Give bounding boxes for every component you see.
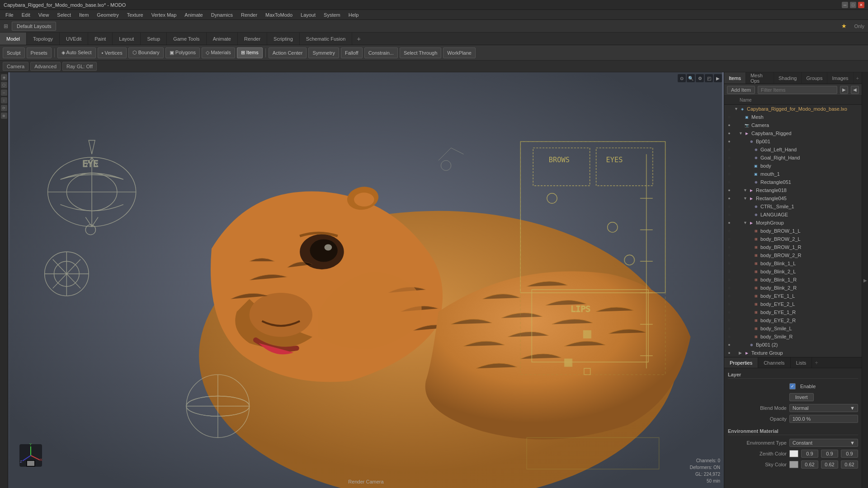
menu-item-texture[interactable]: Texture [123, 11, 147, 19]
item-visibility-toggle[interactable]: ● [726, 220, 732, 226]
list-item[interactable]: ●▼▶Capybara_Rigged [724, 129, 862, 137]
zenith-g-value[interactable]: 0.9 [821, 450, 838, 458]
item-visibility-toggle[interactable]: ● [726, 195, 732, 202]
menu-item-layout[interactable]: Layout [297, 11, 319, 19]
sculpt-btn-autoSelect[interactable]: ◈ Auto Select [57, 47, 96, 58]
item-visibility-toggle[interactable]: ○ [726, 317, 732, 324]
menu-item-help[interactable]: Help [345, 11, 363, 19]
right-tab-items[interactable]: Items [724, 72, 746, 84]
mode-tab-paint[interactable]: Paint [88, 33, 113, 45]
menu-item-geometry[interactable]: Geometry [93, 11, 122, 19]
item-expand-arrow[interactable]: ▼ [739, 131, 743, 136]
sky-b-value[interactable]: 0.62 [841, 460, 858, 469]
sculpt-btn-items[interactable]: ⊞ Items [237, 47, 263, 58]
list-item[interactable]: ○⊞body_Blink_1_R [724, 276, 862, 284]
maximize-button[interactable]: □ [850, 2, 856, 8]
item-visibility-toggle[interactable]: ○ [726, 252, 732, 258]
add-item-button[interactable]: Add Item [727, 86, 755, 94]
tool-5[interactable]: ⟳ [1, 105, 7, 111]
menu-item-maxtomodo[interactable]: MaxToModo [262, 11, 296, 19]
mode-tab-scripting[interactable]: Scripting [267, 33, 300, 45]
list-item[interactable]: ○▣mouth_1 [724, 170, 862, 178]
sculpt-btn-symmetry[interactable]: Symmetry [308, 47, 339, 58]
opacity-value[interactable]: 100.0 % [789, 415, 858, 423]
item-visibility-toggle[interactable]: ○ [726, 309, 732, 315]
item-visibility-toggle[interactable]: ○ [726, 285, 732, 291]
tool-2[interactable]: ⬡ [1, 82, 7, 88]
menu-item-file[interactable]: File [2, 11, 17, 19]
list-item[interactable]: ●▼▶MorphGroup [724, 219, 862, 227]
list-item[interactable]: ○⊞body_Blink_2_R [724, 284, 862, 292]
list-item[interactable]: ○⊞body_Blink_2_L [724, 267, 862, 276]
list-item[interactable]: ▼◈Capybara_Rigged_for_Modo_modo_base.lxo [724, 105, 862, 113]
item-visibility-toggle[interactable]: ○ [726, 228, 732, 234]
item-visibility-toggle[interactable]: ● [726, 350, 732, 356]
list-item[interactable]: ○⊞body_Smile_R [724, 333, 862, 341]
list-item[interactable]: ○⊞body_BROW_1_L [724, 227, 862, 235]
sculpt-btn-falloff[interactable]: Falloff [341, 47, 363, 58]
zenith-b-value[interactable]: 0.9 [841, 450, 858, 458]
bottom-tab-channels[interactable]: Channels [758, 357, 790, 368]
item-visibility-toggle[interactable]: ○ [726, 155, 732, 161]
sculpt-btn-sculpt[interactable]: Sculpt [3, 47, 25, 58]
list-item[interactable]: ○▣Mesh [724, 113, 862, 121]
mode-tab-topology[interactable]: Topology [27, 33, 60, 45]
list-item[interactable]: ○⊞body_Blink_1_L [724, 259, 862, 267]
item-visibility-toggle[interactable]: ○ [726, 268, 732, 275]
menu-item-edit[interactable]: Edit [18, 11, 34, 19]
sculpt-btn-selectThrough[interactable]: Select Through [400, 47, 441, 58]
item-visibility-toggle[interactable]: ○ [726, 260, 732, 267]
menu-item-vertex-map[interactable]: Vertex Map [148, 11, 180, 19]
right-tab-shading[interactable]: Shading [774, 72, 802, 84]
viewport-icon-3[interactable]: ⚙ [696, 74, 704, 82]
zenith-r-value[interactable]: 0.9 [801, 450, 818, 458]
items-list-wrapper[interactable]: ▼◈Capybara_Rigged_for_Modo_modo_base.lxo… [724, 105, 862, 357]
item-visibility-toggle[interactable]: ○ [726, 171, 732, 177]
enable-checkbox[interactable] [789, 383, 796, 389]
list-item[interactable]: ○⊕LANGUAGE [724, 211, 862, 219]
right-tab-images[interactable]: Images [827, 72, 853, 84]
invert-button[interactable]: Invert [789, 393, 814, 401]
tool-4[interactable]: ↕ [1, 97, 7, 103]
tool-3[interactable]: ↔ [1, 89, 7, 96]
list-item[interactable]: ○▣body [724, 162, 862, 170]
minimize-button[interactable]: ─ [842, 2, 848, 8]
viewport-icon-4[interactable]: ◰ [705, 74, 713, 82]
item-visibility-toggle[interactable]: ● [726, 342, 732, 348]
item-visibility-toggle[interactable]: ● [726, 138, 732, 145]
item-visibility-toggle[interactable]: ○ [726, 114, 732, 120]
sculpt-btn-presets[interactable]: Presets [27, 47, 52, 58]
list-item[interactable]: ●⊕Bp001 (2) [724, 341, 862, 349]
mode-tab-schematic-fusion[interactable]: Schematic Fusion [300, 33, 352, 45]
item-visibility-toggle[interactable]: ○ [726, 293, 732, 299]
mode-tab-layout[interactable]: Layout [113, 33, 141, 45]
viewport-icon-5[interactable]: ▶ [714, 74, 722, 82]
item-visibility-toggle[interactable]: ○ [726, 179, 732, 185]
item-visibility-toggle[interactable]: ○ [726, 244, 732, 250]
item-visibility-toggle[interactable]: ● [726, 122, 732, 128]
viewport-btn-0[interactable]: Camera [3, 62, 28, 71]
viewport-btn-2[interactable]: Ray GL: Off [62, 62, 97, 71]
list-item[interactable]: ○⊕Goal_Left_Hand [724, 145, 862, 154]
item-visibility-toggle[interactable]: ○ [726, 236, 732, 242]
sculpt-btn-boundary[interactable]: ⬡ Boundary [128, 47, 164, 58]
list-item[interactable]: ●▼▶Rectangle018 [724, 186, 862, 194]
list-item[interactable]: ●📷Camera [724, 121, 862, 129]
menu-item-system[interactable]: System [320, 11, 344, 19]
menu-item-item[interactable]: Item [75, 11, 92, 19]
items-expand-icon[interactable]: ▶ [840, 86, 848, 94]
list-item[interactable]: ○⊞body_EYE_2_L [724, 300, 862, 308]
list-item[interactable]: ○⊕Goal_Right_Hand [724, 154, 862, 162]
list-item[interactable]: ●⊕Bp001 [724, 137, 862, 145]
list-item[interactable]: ○⊞body_BROW_1_R [724, 243, 862, 251]
item-visibility-toggle[interactable]: ○ [726, 146, 732, 153]
sculpt-btn-polygons[interactable]: ▣ Polygons [165, 47, 200, 58]
bottom-tab-lists[interactable]: Lists [791, 357, 812, 368]
mode-tab-game-tools[interactable]: Game Tools [167, 33, 207, 45]
item-visibility-toggle[interactable]: ● [726, 130, 732, 136]
list-item[interactable]: ●▶▶Texture Group [724, 349, 862, 357]
sky-g-value[interactable]: 0.62 [821, 460, 838, 469]
zenith-color-swatch[interactable] [789, 450, 798, 457]
mode-tab-setup[interactable]: Setup [141, 33, 167, 45]
item-visibility-toggle[interactable]: ● [726, 187, 732, 193]
